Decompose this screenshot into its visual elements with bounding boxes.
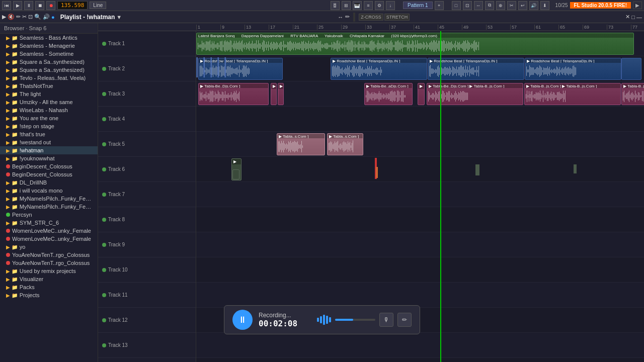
record-btn[interactable]: ⏺ (46, 1, 55, 10)
track-row-7[interactable] (196, 182, 644, 207)
sidebar-item-24[interactable]: WomenLoveMeC..unky_Female (0, 227, 98, 235)
tool7-icon[interactable]: ↩ (518, 1, 527, 10)
track3-clip-8[interactable]: ▶ Tabla-B..js.Com ] ▶ Tabla-B..js.Com ] (621, 83, 644, 105)
track3-clip-3[interactable]: ▶ (278, 83, 284, 105)
sidebar-item-6[interactable]: ▶ 📁ThatsNotTrue (0, 82, 98, 90)
track-label-8[interactable]: Track 8 (98, 207, 196, 232)
erase-btn[interactable]: ✂ (22, 14, 27, 20)
channel-icon[interactable]: ≡ (364, 1, 373, 10)
pen-tool-btn[interactable]: ✏ (345, 14, 350, 20)
sidebar-item-4[interactable]: ▶ 📁Square a Sa..synthesized) (0, 66, 98, 74)
sidebar-item-9[interactable]: ▶ 📁WiseLabs - Nahash (0, 106, 98, 114)
close-playlist-btn[interactable]: ✕ (625, 14, 630, 20)
sidebar-item-12[interactable]: ▶ 📁!that's true (0, 130, 98, 138)
pattern-icon[interactable]: ⊞ (342, 1, 351, 10)
sidebar-item-15[interactable]: ▶ 📁!youknowwhat (0, 154, 98, 162)
track-row-3[interactable]: ▶ Tabla-Be..Djs.Com ]▶▶▶ Tabla-Be..aDjs.… (196, 81, 644, 107)
sidebar-item-7[interactable]: ▶ 📁The light (0, 90, 98, 98)
track-label-7[interactable]: Track 7 (98, 182, 196, 207)
rec-edit-btn[interactable]: ✏ (397, 313, 412, 327)
track3-clip-1[interactable]: ▶ Tabla-Be..Djs.Com ] (198, 83, 269, 105)
track-label-2[interactable]: Track 2 (98, 56, 196, 81)
track-row-11[interactable] (196, 283, 644, 308)
detach-playlist-btn[interactable]: — (636, 14, 642, 20)
volume-btn[interactable]: 🔊 (43, 14, 50, 20)
export-icon[interactable]: ↓ (386, 1, 395, 10)
sidebar-item-22[interactable]: Percsyn (0, 211, 98, 219)
track-label-3[interactable]: Track 3 (98, 81, 196, 107)
add-pattern-btn[interactable]: + (435, 1, 444, 10)
track-label-1[interactable]: Track 1 (98, 31, 196, 56)
piano-icon[interactable]: 🎹 (353, 1, 362, 10)
track3-clip-5[interactable]: ▶ (418, 83, 425, 105)
sidebar-item-28[interactable]: YouAreNowTenT..rgo_Colossus (0, 259, 98, 267)
track2-clip-2[interactable]: ▶ Roadshow Beat [ TelanganaDjs.IN ] (331, 58, 427, 80)
play-btn[interactable]: ▶ (13, 1, 22, 10)
sidebar-item-30[interactable]: ▶ 📁Visualizer (0, 275, 98, 283)
track3-clip-4[interactable]: ▶ Tabla-Be..aDjs.Com ] (364, 83, 413, 105)
sidebar-item-25[interactable]: WomenLoveMeC..unky_Female (0, 235, 98, 243)
sidebar-item-14[interactable]: ▶ 📁!whatman (0, 146, 98, 154)
mixer-icon[interactable]: 🎛 (331, 1, 340, 10)
track-row-1[interactable]: Latest Banjara Song __ Dappema Dappamela… (196, 31, 644, 56)
track3-clip-2[interactable]: ▶ (271, 83, 277, 105)
track-row-5[interactable]: ▶ Tabla..s.Com ]▶ Tabla..s.Com ] (196, 132, 644, 157)
tool4-icon[interactable]: ⧉ (485, 1, 494, 10)
track-label-9[interactable]: Track 9 (98, 232, 196, 257)
sidebar-item-13[interactable]: ▶ 📁!westand out (0, 138, 98, 146)
sidebar-item-31[interactable]: ▶ 📁Packs (0, 283, 98, 291)
tool3-icon[interactable]: ↔ (474, 1, 483, 10)
tool8-icon[interactable]: 🔊 (529, 1, 538, 10)
move-tool-btn[interactable]: ↔ (338, 14, 343, 20)
sidebar-item-23[interactable]: ▶ 📁SYM_STR_C_6 (0, 219, 98, 227)
tool6-icon[interactable]: ✂ (507, 1, 516, 10)
sidebar-item-0[interactable]: ▶ 📁Seamless - Bass Antics (0, 34, 98, 42)
sidebar-item-32[interactable]: ▶ 📁Projects (0, 291, 98, 299)
track-row-8[interactable] (196, 207, 644, 232)
tool1-icon[interactable]: □ (452, 1, 461, 10)
sidebar-item-19[interactable]: ▶ 📁i will vocals mono (0, 187, 98, 195)
track-row-2[interactable]: ▶ Roadshow Beat [ TelanganaDjs.IN ]▶ Roa… (196, 56, 644, 81)
track-row-9[interactable] (196, 232, 644, 257)
track2-clip-4[interactable]: ▶ Roadshow Beat [ TelanganaDjs.IN ] (525, 58, 621, 80)
next-btn[interactable]: ▶ (633, 2, 642, 9)
track-label-5[interactable]: Track 5 (98, 132, 196, 157)
track1-clip-1[interactable]: Latest Banjara Song __ Dappema Dappamela… (196, 33, 634, 55)
sidebar-item-8[interactable]: ▶ 📁Umziky - All the same (0, 98, 98, 106)
track6-clip-2[interactable] (232, 169, 239, 179)
track5-clip-1[interactable]: ▶ Tabla..s.Com ] (277, 133, 325, 155)
sidebar-item-1[interactable]: ▶ 📁Seamless - Menagerie (0, 42, 98, 50)
track-row-6[interactable]: ▶ (196, 157, 644, 182)
track-row-13[interactable] (196, 333, 644, 358)
pattern-selector[interactable]: Pattern 1 (403, 2, 433, 9)
sidebar-item-26[interactable]: ▶ 📁yo (0, 243, 98, 251)
sidebar-item-18[interactable]: ▶ 📁DL_DrillNB (0, 178, 98, 187)
maximize-playlist-btn[interactable]: □ (631, 14, 635, 20)
rec-mic-btn[interactable]: 🎙 (379, 313, 393, 327)
zoom-btn[interactable]: 🔍 (34, 14, 41, 20)
sidebar-item-16[interactable]: BeginDescent_Colossus (0, 162, 98, 170)
track5-clip-2[interactable]: ▶ Tabla..s.Com ] (327, 133, 363, 155)
mode-line-btn[interactable]: Line (90, 2, 106, 9)
sidebar-item-20[interactable]: ▶ 📁MyNameIsPilch..Funky_Female (0, 195, 98, 203)
playlist-menu-btn[interactable]: ▼ (116, 14, 122, 20)
track-row-10[interactable] (196, 257, 644, 283)
download-icon[interactable]: ⬇ (540, 1, 549, 10)
track2-clip-5[interactable] (621, 58, 641, 80)
sidebar-item-21[interactable]: ▶ 📁MyNameIsPilch..Funky_Female (0, 203, 98, 211)
track-label-4[interactable]: Track 4 (98, 107, 196, 132)
rec-btn[interactable]: ● (51, 14, 55, 20)
stop-btn[interactable]: ⏹ (35, 1, 44, 10)
track-label-6[interactable]: Track 6 (98, 157, 196, 182)
sidebar-item-29[interactable]: ▶ 📁Used by remix projects (0, 267, 98, 275)
sidebar-item-17[interactable]: BeginDescent_Colossus (0, 170, 98, 178)
sidebar-item-27[interactable]: YouAreNowTenT..rgo_Colossus (0, 251, 98, 259)
sidebar-item-2[interactable]: ▶ 📁Seamless - Sometime (0, 50, 98, 58)
tool2-icon[interactable]: ⊡ (463, 1, 472, 10)
add-track-btn[interactable]: ▶ (2, 14, 6, 20)
mute-btn[interactable]: 🔇 (8, 14, 15, 20)
sidebar-item-10[interactable]: ▶ 📁You are the one (0, 114, 98, 122)
track-label-11[interactable]: Track 11 (98, 283, 196, 308)
pause-btn[interactable]: ⏸ (24, 1, 33, 10)
draw-btn[interactable]: ✏ (16, 14, 21, 20)
